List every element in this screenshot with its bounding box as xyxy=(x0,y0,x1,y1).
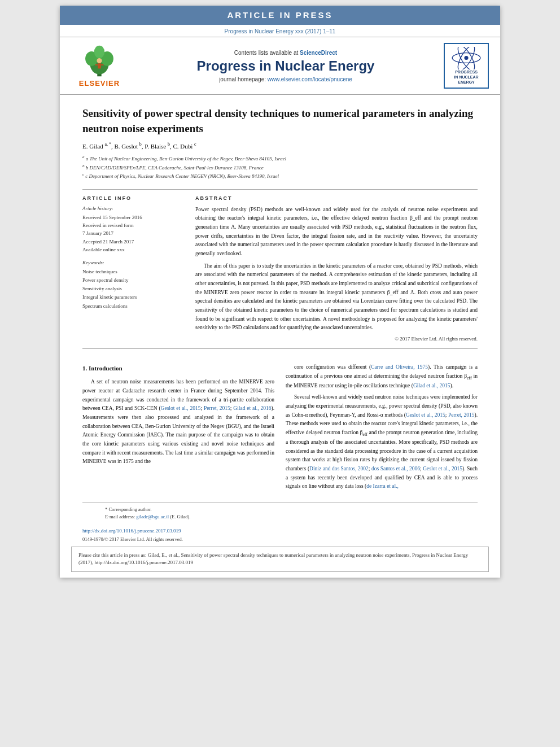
ref-diniz2002[interactable]: Diniz and dos Santos, 2002 xyxy=(309,466,369,471)
svg-rect-6 xyxy=(98,63,101,68)
ref-perret2015b[interactable]: Perret, 2015 xyxy=(448,412,475,418)
ref-gilad2015[interactable]: Gilad et al., 2015 xyxy=(413,383,450,388)
ref-gilad2016[interactable]: Gilad et al., 2016 xyxy=(233,405,271,411)
section1-title: 1. Introduction xyxy=(82,363,274,373)
keyword-2: Power spectral density xyxy=(82,276,184,285)
journal-header: ELSEVIER Contents lists available at Sci… xyxy=(60,37,500,95)
affiliation-c: c c Department of Physics, Nuclear Resea… xyxy=(82,172,478,181)
keywords-header: Keywords: xyxy=(82,260,184,265)
sciencedirect-link[interactable]: ScienceDirect xyxy=(300,50,337,56)
paper-title: Sensitivity of power spectral density te… xyxy=(82,106,478,136)
body-two-col: 1. Introduction A set of neutron noise m… xyxy=(82,363,478,494)
homepage-line: journal homepage: www.elsevier.com/locat… xyxy=(136,76,435,82)
ref-geslot2015[interactable]: Geslot et al., 2015 xyxy=(161,405,201,411)
elsevier-label: ELSEVIER xyxy=(79,79,120,88)
svg-rect-8 xyxy=(101,64,104,65)
doi-link[interactable]: http://dx.doi.org/10.1016/j.pnucene.2017… xyxy=(82,528,181,534)
journal-page: ARTICLE IN PRESS Progress in Nuclear Ene… xyxy=(60,6,500,578)
ref-carre1975[interactable]: Carre and Oliveira, 1975 xyxy=(371,364,428,370)
affiliation-b: b b DEN/CAD/DER/SPEx/LPE, CEA Cadarache,… xyxy=(82,163,478,172)
homepage-link[interactable]: www.elsevier.com/locate/pnucene xyxy=(268,76,352,82)
received-date: Received 15 September 2016 xyxy=(82,213,184,221)
pne-logo-text: PROGRESS IN NUCLEAR ENERGY xyxy=(448,69,485,85)
svg-point-4 xyxy=(94,46,104,58)
citation-text: Please cite this article in press as: Gi… xyxy=(78,552,468,566)
pne-logo: PROGRESS IN NUCLEAR ENERGY xyxy=(441,43,492,89)
abstract-text: Power spectral density (PSD) methods are… xyxy=(195,206,478,333)
abstract-col: ABSTRACT Power spectral density (PSD) me… xyxy=(195,195,478,342)
elsevier-logo: ELSEVIER xyxy=(68,44,130,88)
article-history-header: Article history: xyxy=(82,206,184,211)
accepted-date: Accepted 21 March 2017 xyxy=(82,238,184,246)
footnotes-area: * Corresponding author. E-mail address: … xyxy=(82,503,478,523)
keyword-3: Sensitivity analysis xyxy=(82,285,184,293)
ref-perret2015[interactable]: Perret, 2015 xyxy=(204,405,230,411)
authors-line: E. Gilad a, *, B. Geslot b, P. Blaise b,… xyxy=(82,142,478,150)
main-content: Sensitivity of power spectral density te… xyxy=(60,95,500,363)
sciencedirect-line: Contents lists available at ScienceDirec… xyxy=(136,50,435,56)
journal-center: Contents lists available at ScienceDirec… xyxy=(136,50,435,82)
article-info-header: ARTICLE INFO xyxy=(82,195,184,201)
abstract-para2: The aim of this paper is to study the un… xyxy=(195,262,478,333)
ref-geslot2015b[interactable]: Geslot et al., 2015 xyxy=(406,412,445,418)
ref-dossantos2006[interactable]: dos Santos et al., 2006 xyxy=(371,466,420,471)
journal-reference: Progress in Nuclear Energy xxx (2017) 1–… xyxy=(60,25,500,37)
journal-title-header: Progress in Nuclear Energy xyxy=(136,58,435,74)
keywords-list: Noise techniques Power spectral density … xyxy=(82,268,184,311)
pne-logo-box: PROGRESS IN NUCLEAR ENERGY xyxy=(444,43,489,89)
ref-deizarra[interactable]: de Izarra et al., xyxy=(366,483,399,489)
author-dubi: C. Dubi c xyxy=(173,143,196,150)
svg-rect-7 xyxy=(95,64,98,65)
body-left-para1: A set of neutron noise measurements has … xyxy=(82,378,274,466)
svg-point-12 xyxy=(464,56,468,60)
affiliations: a a The Unit of Nuclear Engineering, Ben… xyxy=(82,154,478,181)
journal-ref-text: Progress in Nuclear Energy xxx (2017) 1–… xyxy=(225,28,336,34)
revised-date: 7 January 2017 xyxy=(82,229,184,237)
available-online: Available online xxx xyxy=(82,246,184,254)
divider-2 xyxy=(82,348,478,349)
keyword-5: Spectrum calculations xyxy=(82,302,184,311)
divider-1 xyxy=(82,189,478,190)
author-geslot: B. Geslot b xyxy=(114,143,141,150)
article-info-col: ARTICLE INFO Article history: Received 1… xyxy=(82,195,184,342)
author-gilad: E. Gilad a, * xyxy=(82,143,111,150)
info-abstract-section: ARTICLE INFO Article history: Received 1… xyxy=(82,195,478,342)
keyword-4: Integral kinetic parameters xyxy=(82,293,184,302)
body-section: 1. Introduction A set of neutron noise m… xyxy=(60,363,500,500)
svg-point-5 xyxy=(97,58,102,63)
elsevier-tree-icon xyxy=(77,44,122,78)
banner-text: ARTICLE IN PRESS xyxy=(227,10,333,20)
received-revised-label: Received in revised form xyxy=(82,221,184,229)
footer-copyright: 0149-1970/© 2017 Elsevier Ltd. All right… xyxy=(60,535,500,547)
citation-box: Please cite this article in press as: Gi… xyxy=(71,547,489,572)
body-right-col: core configuration was different (Carre … xyxy=(286,363,478,494)
affiliation-a: a a The Unit of Nuclear Engineering, Ben… xyxy=(82,154,478,163)
ref-geslot2015c[interactable]: Geslot et al., 2015 xyxy=(423,466,462,471)
abstract-header: ABSTRACT xyxy=(195,195,478,201)
body-right-para2: Several well-known and widely used neutr… xyxy=(286,393,478,491)
body-left-col: 1. Introduction A set of neutron noise m… xyxy=(82,363,274,494)
email-footnote: E-mail address: gilade@bgu.ac.il (E. Gil… xyxy=(105,513,455,521)
atom-icon xyxy=(449,47,483,69)
corresponding-footnote: * Corresponding author. xyxy=(105,506,455,513)
body-right-para1: core configuration was different (Carre … xyxy=(286,363,478,390)
abstract-para1: Power spectral density (PSD) methods are… xyxy=(195,206,478,259)
article-in-press-banner: ARTICLE IN PRESS xyxy=(60,6,500,25)
abstract-copyright: © 2017 Elsevier Ltd. All rights reserved… xyxy=(195,336,478,342)
author-blaise: P. Blaise b xyxy=(145,143,170,150)
email-link[interactable]: gilade@bgu.ac.il xyxy=(136,514,169,519)
keyword-1: Noise techniques xyxy=(82,268,184,276)
doi-line: http://dx.doi.org/10.1016/j.pnucene.2017… xyxy=(60,526,500,535)
